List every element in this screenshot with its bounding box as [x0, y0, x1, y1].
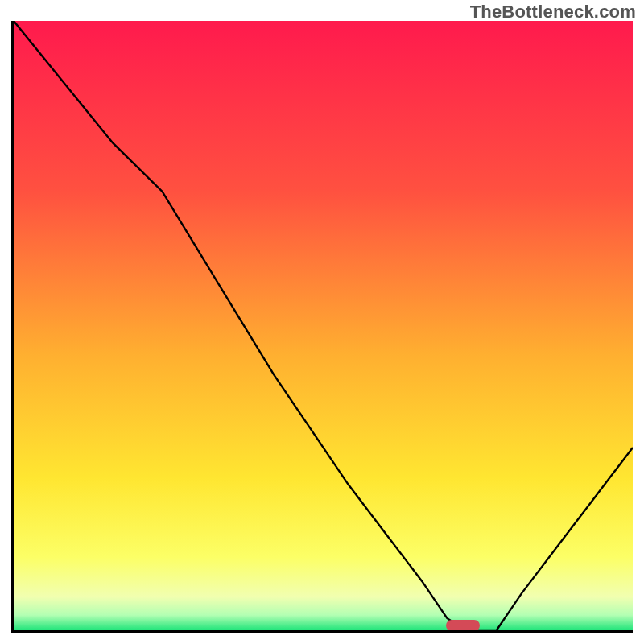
optimal-marker — [446, 620, 480, 631]
watermark-text: TheBottleneck.com — [470, 2, 636, 23]
svg-rect-0 — [14, 21, 633, 630]
plot-area — [11, 21, 633, 633]
heat-gradient — [14, 21, 633, 630]
chart-container: TheBottleneck.com — [0, 0, 644, 644]
